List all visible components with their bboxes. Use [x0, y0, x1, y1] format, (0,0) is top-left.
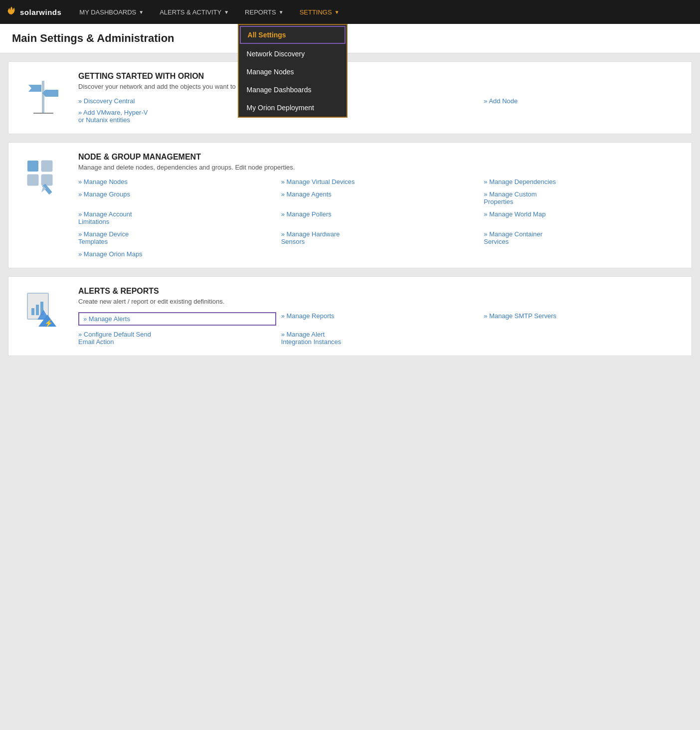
link-manage-world-map[interactable]: » Manage World Map — [484, 210, 682, 225]
dropdown-my-orion-deployment[interactable]: My Orion Deployment — [239, 99, 347, 117]
link-manage-account-limitations[interactable]: » Manage AccountLimitations — [78, 210, 276, 225]
link-manage-custom-properties[interactable]: » Manage CustomProperties — [484, 190, 682, 205]
link-manage-virtual-devices[interactable]: » Manage Virtual Devices — [281, 178, 479, 185]
link-add-node[interactable]: » Add Node — [484, 97, 682, 105]
svg-rect-13 — [36, 305, 39, 315]
chevron-down-icon: ▼ — [279, 9, 284, 15]
link-manage-hardware-sensors[interactable]: » Manage HardwareSensors — [281, 230, 479, 245]
link-manage-dependencies[interactable]: » Manage Dependencies — [484, 178, 682, 185]
link-manage-agents[interactable]: » Manage Agents — [281, 190, 479, 205]
alerts-icon: ⚡ — [18, 287, 68, 346]
page-title-bar: Main Settings & Administration — [0, 24, 700, 53]
brand-logo[interactable]: solarwinds — [6, 5, 61, 19]
dropdown-network-discovery[interactable]: Network Discovery — [239, 45, 347, 63]
settings-dropdown: All Settings Network Discovery Manage No… — [238, 24, 348, 118]
node-group-title: NODE & GROUP MANAGEMENT — [78, 153, 682, 162]
svg-marker-2 — [42, 90, 58, 97]
svg-rect-12 — [31, 308, 34, 315]
dropdown-manage-dashboards[interactable]: Manage Dashboards — [239, 81, 347, 99]
link-manage-pollers[interactable]: » Manage Pollers — [281, 210, 479, 225]
link-manage-orion-maps[interactable]: » Manage Orion Maps — [78, 250, 276, 258]
svg-text:⚡: ⚡ — [44, 319, 53, 328]
link-manage-smtp[interactable]: » Manage SMTP Servers — [484, 312, 682, 326]
sections-wrapper: GETTING STARTED WITH ORION Discover your… — [0, 53, 700, 364]
alerts-reports-desc: Create new alert / report or edit existi… — [78, 298, 682, 305]
alerts-reports-title: ALERTS & REPORTS — [78, 287, 682, 296]
section-node-group-content: NODE & GROUP MANAGEMENT Manage and delet… — [78, 153, 682, 258]
section-alerts-reports: ⚡ ALERTS & REPORTS Create new alert / re… — [8, 276, 692, 356]
svg-rect-7 — [41, 175, 52, 185]
nodes-icon — [18, 153, 68, 258]
link-manage-device-templates[interactable]: » Manage DeviceTemplates — [78, 230, 276, 245]
dropdown-manage-nodes[interactable]: Manage Nodes — [239, 63, 347, 81]
chevron-down-icon: ▼ — [224, 9, 229, 15]
link-manage-alerts[interactable]: » Manage Alerts — [78, 312, 276, 326]
section-getting-started-content: GETTING STARTED WITH ORION Discover your… — [78, 72, 682, 124]
nav-dashboards[interactable]: MY DASHBOARDS ▼ — [71, 0, 152, 24]
link-manage-alert-integration[interactable]: » Manage AlertIntegration Instances — [281, 331, 479, 346]
svg-rect-5 — [41, 161, 52, 172]
svg-rect-4 — [27, 161, 38, 172]
section-node-group: NODE & GROUP MANAGEMENT Manage and delet… — [8, 142, 692, 268]
section-getting-started: GETTING STARTED WITH ORION Discover your… — [8, 61, 692, 134]
node-group-desc: Manage and delete nodes, dependencies an… — [78, 164, 682, 171]
nav-settings[interactable]: SETTINGS ▼ All Settings Network Discover… — [292, 0, 348, 24]
main-content: GETTING STARTED WITH ORION Discover your… — [0, 53, 700, 364]
chevron-down-icon: ▼ — [139, 9, 144, 15]
chevron-down-icon: ▼ — [335, 9, 340, 15]
getting-started-title: GETTING STARTED WITH ORION — [78, 72, 682, 81]
getting-started-desc: Discover your network and add the object… — [78, 83, 682, 90]
link-configure-email[interactable]: » Configure Default SendEmail Action — [78, 331, 276, 346]
nav-reports[interactable]: REPORTS ▼ — [237, 0, 292, 24]
link-manage-reports[interactable]: » Manage Reports — [281, 312, 479, 326]
signpost-icon — [18, 72, 68, 124]
navbar: solarwinds MY DASHBOARDS ▼ ALERTS & ACTI… — [0, 0, 700, 24]
link-manage-groups[interactable]: » Manage Groups — [78, 190, 276, 205]
svg-rect-0 — [42, 81, 44, 113]
svg-marker-1 — [28, 85, 41, 92]
brand-name: solarwinds — [20, 8, 61, 16]
page-title: Main Settings & Administration — [12, 32, 688, 45]
svg-rect-6 — [27, 175, 38, 185]
dropdown-all-settings[interactable]: All Settings — [240, 26, 346, 44]
section-alerts-reports-content: ALERTS & REPORTS Create new alert / repo… — [78, 287, 682, 346]
nav-alerts[interactable]: ALERTS & ACTIVITY ▼ — [152, 0, 237, 24]
link-manage-nodes[interactable]: » Manage Nodes — [78, 178, 276, 185]
logo-flame-icon — [6, 5, 17, 19]
link-manage-container-services[interactable]: » Manage ContainerServices — [484, 230, 682, 245]
